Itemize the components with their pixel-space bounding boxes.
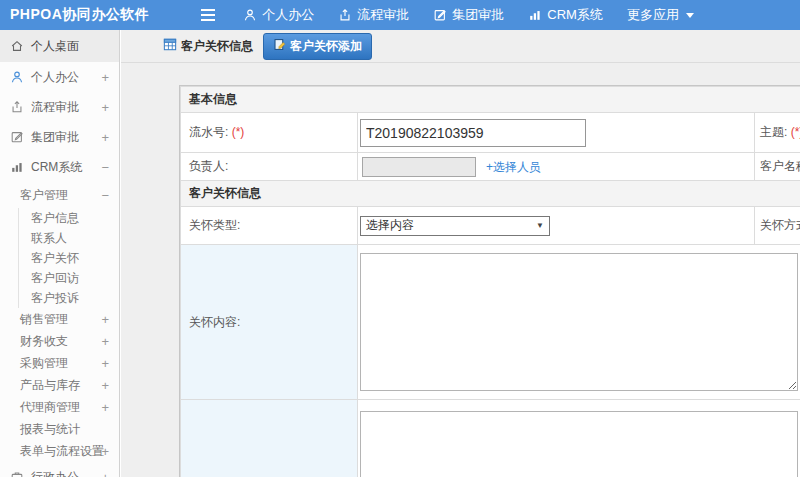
sidebar-item-label: 流程审批 (31, 99, 79, 116)
expand-icon[interactable]: − (101, 160, 109, 175)
expand-icon[interactable]: + (101, 130, 109, 145)
expand-icon[interactable]: + (101, 312, 109, 327)
expand-icon[interactable]: + (101, 70, 109, 85)
sidebar-item-label: 联系人 (31, 230, 67, 247)
sidebar-item-label: 表单与流程设置 (20, 443, 104, 460)
nav-label: 个人办公 (262, 6, 314, 24)
nav-item-group-approval[interactable]: 集团审批 (433, 6, 504, 24)
expand-icon[interactable]: + (101, 378, 109, 393)
sidebar-item-personal-office[interactable]: 个人办公 + (0, 62, 119, 92)
sidebar-item-reports-stats[interactable]: 报表与统计 (0, 418, 119, 440)
sidebar-item-label: 个人桌面 (31, 38, 79, 55)
tab-bar: 客户关怀信息 客户关怀添加 (121, 30, 800, 63)
sidebar-item-customer-revisit[interactable]: 客户回访 (19, 268, 119, 288)
sidebar: 个人桌面 个人办公 + 流程审批 + 集团审批 + CRM系统 − 客户管理 −… (0, 30, 120, 477)
sidebar-item-label: 客户信息 (31, 210, 79, 227)
nav-item-crm[interactable]: CRM系统 (528, 6, 603, 24)
expand-icon[interactable]: + (101, 470, 109, 477)
tab-care-info[interactable]: 客户关怀信息 (161, 35, 255, 58)
top-navbar: PHPOA协同办公软件 个人办公 流程审批 集团审批 CRM系统 更多应用 (0, 0, 800, 30)
user-icon (10, 70, 24, 84)
owner-cell: +选择人员 (358, 153, 755, 181)
flow-approve-icon (10, 100, 24, 114)
nav-label: 更多应用 (627, 6, 679, 24)
sidebar-item-label: 个人办公 (31, 69, 79, 86)
select-person-link[interactable]: +选择人员 (486, 160, 541, 174)
nav-item-flow-approval[interactable]: 流程审批 (338, 6, 409, 24)
sidebar-item-label: 销售管理 (20, 311, 68, 328)
sidebar-item-admin-office[interactable]: 行政办公 + (0, 462, 119, 477)
sidebar-item-agent-mgmt[interactable]: 代理商管理 + (0, 396, 119, 418)
sidebar-item-group-approval[interactable]: 集团审批 + (0, 122, 119, 152)
sidebar-item-flow-approval[interactable]: 流程审批 + (0, 92, 119, 122)
sidebar-item-label: 代理商管理 (20, 399, 80, 416)
form-panel: 基本信息 流水号: (*) 主题: (*) 负责人: +选择人员 (179, 85, 800, 477)
care-content-textarea[interactable] (360, 253, 798, 391)
nav-item-personal-office[interactable]: 个人办公 (243, 6, 314, 24)
sidebar-item-label: 采购管理 (20, 355, 68, 372)
sidebar-item-finance[interactable]: 财务收支 + (0, 330, 119, 352)
sidebar-item-label: 客户回访 (31, 270, 79, 287)
serial-number-cell (358, 113, 755, 153)
section-header-care-info: 客户关怀信息 (181, 181, 800, 207)
required-mark: (*) (791, 125, 800, 139)
extra-content-textarea[interactable] (360, 411, 798, 477)
bar-chart-icon (528, 8, 542, 22)
sidebar-item-product-inventory[interactable]: 产品与库存 + (0, 374, 119, 396)
flow-approve-icon (338, 8, 352, 22)
user-icon (243, 8, 257, 22)
expand-icon[interactable]: − (101, 188, 109, 203)
navbar-menu: 个人办公 流程审批 集团审批 CRM系统 更多应用 (243, 6, 694, 24)
sidebar-item-label: 客户投诉 (31, 290, 79, 307)
sidebar-item-customer-care[interactable]: 客户关怀 (19, 248, 119, 268)
serial-number-input[interactable] (360, 119, 586, 147)
serial-number-label: 流水号: (*) (181, 113, 358, 153)
table-icon (163, 38, 177, 54)
form-add-icon (273, 38, 286, 54)
care-content-cell (358, 245, 800, 400)
sidebar-item-desktop[interactable]: 个人桌面 (0, 30, 119, 62)
customer-mgmt-submenu: 客户信息 联系人 客户关怀 客户回访 客户投诉 (18, 208, 119, 308)
customer-name-label: 客户名称: (*) (755, 153, 800, 181)
nav-label: 流程审批 (357, 6, 409, 24)
expand-icon[interactable]: + (101, 400, 109, 415)
app-logo: PHPOA协同办公软件 (10, 6, 149, 24)
tab-label: 客户关怀添加 (290, 38, 362, 55)
menu-toggle-icon[interactable] (199, 5, 217, 25)
expand-icon[interactable]: + (101, 334, 109, 349)
sidebar-item-customer-info[interactable]: 客户信息 (19, 208, 119, 228)
sidebar-item-customer-mgmt[interactable]: 客户管理 − (0, 182, 119, 208)
care-type-select[interactable]: 选择内容 ▼ (360, 216, 550, 236)
nav-item-more-apps[interactable]: 更多应用 (627, 6, 694, 24)
sidebar-item-sales-mgmt[interactable]: 销售管理 + (0, 308, 119, 330)
selected-option-label: 选择内容 (366, 217, 414, 234)
tab-care-add[interactable]: 客户关怀添加 (263, 33, 372, 60)
owner-label: 负责人: (181, 153, 358, 181)
sidebar-item-label: 产品与库存 (20, 377, 80, 394)
sidebar-item-contacts[interactable]: 联系人 (19, 228, 119, 248)
sidebar-item-purchase-mgmt[interactable]: 采购管理 + (0, 352, 119, 374)
bar-chart-icon (10, 160, 24, 174)
extra-row-label (181, 400, 358, 477)
care-type-cell: 选择内容 ▼ (358, 207, 755, 245)
sidebar-item-crm[interactable]: CRM系统 − (0, 152, 119, 182)
care-type-label: 关怀类型: (181, 207, 358, 245)
owner-input[interactable] (362, 157, 476, 177)
tab-label: 客户关怀信息 (181, 38, 253, 55)
customer-care-form: 基本信息 流水号: (*) 主题: (*) 负责人: +选择人员 (180, 86, 800, 477)
main-content-area: 客户关怀信息 客户关怀添加 基本信息 流水号: (*) 主题: (*) (121, 30, 800, 477)
sidebar-item-label: 报表与统计 (20, 421, 80, 438)
sidebar-item-label: CRM系统 (31, 159, 82, 176)
expand-icon[interactable]: + (101, 100, 109, 115)
nav-label: 集团审批 (452, 6, 504, 24)
expand-icon[interactable]: + (101, 444, 109, 459)
sidebar-item-label: 财务收支 (20, 333, 68, 350)
edit-square-icon (10, 130, 24, 144)
sidebar-item-label: 客户管理 (20, 187, 68, 204)
sidebar-item-customer-complaint[interactable]: 客户投诉 (19, 288, 119, 308)
sidebar-item-form-flow-settings[interactable]: 表单与流程设置 + (0, 440, 119, 462)
care-method-label: 关怀方式: (755, 207, 800, 245)
expand-icon[interactable]: + (101, 356, 109, 371)
required-mark: (*) (232, 125, 245, 139)
sidebar-item-label: 集团审批 (31, 129, 79, 146)
